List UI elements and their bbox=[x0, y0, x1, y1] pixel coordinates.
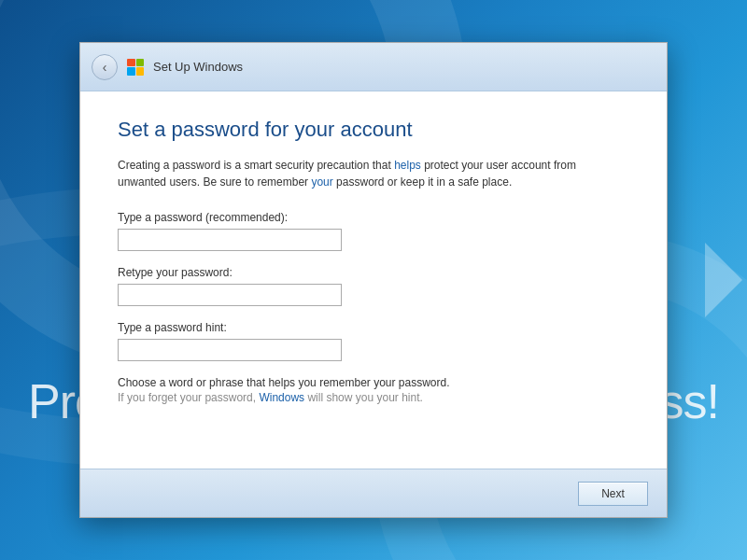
win-logo-q1 bbox=[127, 59, 135, 67]
hint-input[interactable] bbox=[118, 339, 342, 361]
retype-group: Retype your password: bbox=[118, 266, 629, 306]
retype-label: Retype your password: bbox=[118, 266, 629, 279]
description-text: Creating a password is a smart security … bbox=[118, 157, 603, 190]
description-highlight-your: your bbox=[311, 175, 332, 189]
dialog-footer: Next bbox=[80, 469, 667, 517]
description-highlight-helps: helps bbox=[394, 159, 421, 172]
hint-highlight-your: your bbox=[374, 376, 395, 389]
hint-label: Type a password hint: bbox=[118, 321, 629, 334]
win-logo-q2 bbox=[136, 59, 145, 67]
dialog-title: Set Up Windows bbox=[153, 60, 243, 74]
hint-reminder-text: Choose a word or phrase that helps you r… bbox=[118, 376, 629, 389]
password-group: Type a password (recommended): bbox=[118, 211, 629, 251]
password-input[interactable] bbox=[118, 229, 342, 251]
retype-input[interactable] bbox=[118, 284, 342, 306]
hint-group: Type a password hint: bbox=[118, 321, 629, 361]
win-logo-q3 bbox=[127, 67, 135, 76]
back-button[interactable]: ‹ bbox=[92, 54, 118, 80]
hint-subtext-highlight: Windows bbox=[259, 391, 304, 404]
setup-dialog: ‹ Set Up Windows Set a password for your… bbox=[79, 42, 668, 518]
next-button[interactable]: Next bbox=[578, 482, 648, 506]
dialog-titlebar: ‹ Set Up Windows bbox=[80, 43, 667, 91]
password-label: Type a password (recommended): bbox=[118, 211, 629, 224]
dialog-content: Set a password for your account Creating… bbox=[80, 91, 667, 469]
windows-logo bbox=[127, 59, 144, 76]
page-heading: Set a password for your account bbox=[118, 118, 629, 142]
windows-icon bbox=[125, 57, 146, 77]
hint-subtext: If you forget your password, Windows wil… bbox=[118, 391, 629, 404]
win-logo-q4 bbox=[136, 67, 145, 76]
